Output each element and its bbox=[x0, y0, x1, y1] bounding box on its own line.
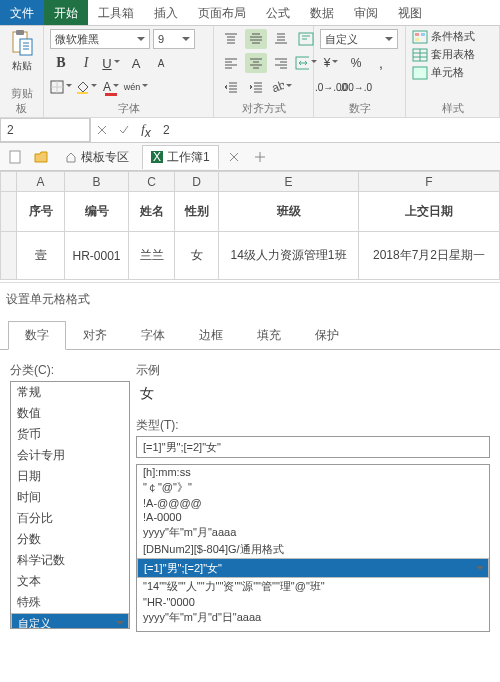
align-left-button[interactable] bbox=[220, 53, 242, 73]
row-header[interactable] bbox=[1, 232, 17, 280]
col-header[interactable]: E bbox=[219, 172, 359, 192]
type-item[interactable]: "￠"@"》" bbox=[137, 479, 489, 496]
cell[interactable]: 壹 bbox=[17, 232, 65, 280]
tab-view[interactable]: 视图 bbox=[388, 0, 432, 25]
dlg-tab-fill[interactable]: 填充 bbox=[240, 321, 298, 350]
type-item[interactable]: !A-0000 bbox=[137, 510, 489, 524]
cell[interactable]: 2018年7月2日星期一 bbox=[359, 232, 500, 280]
dec-decimal-button[interactable]: .00→.0 bbox=[345, 77, 367, 97]
cell[interactable]: 姓名 bbox=[129, 192, 175, 232]
dlg-tab-border[interactable]: 边框 bbox=[182, 321, 240, 350]
cell[interactable]: 上交日期 bbox=[359, 192, 500, 232]
cell[interactable]: 兰兰 bbox=[129, 232, 175, 280]
type-item[interactable]: "14""级""人""力""资""源""管""理"@"班" bbox=[137, 578, 489, 595]
category-item[interactable]: 百分比 bbox=[11, 508, 129, 529]
col-header[interactable]: C bbox=[129, 172, 175, 192]
conditional-format-button[interactable]: 条件格式 bbox=[412, 29, 475, 44]
category-item[interactable]: 时间 bbox=[11, 487, 129, 508]
cell[interactable]: 编号 bbox=[65, 192, 129, 232]
tab-review[interactable]: 审阅 bbox=[344, 0, 388, 25]
col-header[interactable]: B bbox=[65, 172, 129, 192]
tab-formula[interactable]: 公式 bbox=[256, 0, 300, 25]
col-header[interactable]: F bbox=[359, 172, 500, 192]
category-item[interactable]: 数值 bbox=[11, 403, 129, 424]
cell[interactable]: HR-0001 bbox=[65, 232, 129, 280]
type-item[interactable]: [DBNum2][$-804]G/通用格式 bbox=[137, 541, 489, 558]
cell[interactable]: 女 bbox=[175, 232, 219, 280]
cell-style-button[interactable]: 单元格 bbox=[412, 65, 464, 80]
paste-button[interactable]: 粘贴 bbox=[6, 29, 37, 73]
close-tab-button[interactable] bbox=[223, 147, 245, 167]
dlg-tab-protect[interactable]: 保护 bbox=[298, 321, 356, 350]
type-item[interactable]: yyyy"年"m"月"aaaa bbox=[137, 524, 489, 541]
spreadsheet-grid[interactable]: A B C D E F 序号 编号 姓名 性别 班级 上交日期 壹 HR-000… bbox=[0, 171, 500, 280]
align-top-button[interactable] bbox=[220, 29, 242, 49]
new-sheet-button[interactable] bbox=[4, 147, 26, 167]
cell[interactable]: 序号 bbox=[17, 192, 65, 232]
bold-button[interactable]: B bbox=[50, 53, 72, 73]
tab-toolbox[interactable]: 工具箱 bbox=[88, 0, 144, 25]
inc-decimal-button[interactable]: .0→.00 bbox=[320, 77, 342, 97]
type-item[interactable]: [=1]"男";[=2]"女" bbox=[137, 558, 489, 578]
category-item[interactable]: 自定义 bbox=[11, 613, 129, 629]
italic-button[interactable]: I bbox=[75, 53, 97, 73]
table-style-button[interactable]: 套用表格 bbox=[412, 47, 475, 62]
align-right-button[interactable] bbox=[270, 53, 292, 73]
fill-color-button[interactable] bbox=[75, 77, 97, 97]
category-item[interactable]: 科学记数 bbox=[11, 550, 129, 571]
fx-button[interactable]: fx bbox=[135, 120, 157, 140]
tab-file[interactable]: 文件 bbox=[0, 0, 44, 25]
cell[interactable]: 性别 bbox=[175, 192, 219, 232]
font-name-select[interactable]: 微软雅黑 bbox=[50, 29, 150, 49]
type-item[interactable]: [h]:mm:ss bbox=[137, 465, 489, 479]
category-item[interactable]: 分数 bbox=[11, 529, 129, 550]
category-list[interactable]: 常规数值货币会计专用日期时间百分比分数科学记数文本特殊自定义 bbox=[10, 381, 130, 629]
align-bottom-button[interactable] bbox=[270, 29, 292, 49]
formula-input[interactable]: 2 bbox=[157, 123, 500, 137]
indent-inc-button[interactable] bbox=[245, 77, 267, 97]
tab-layout[interactable]: 页面布局 bbox=[188, 0, 256, 25]
font-color-button[interactable]: A bbox=[100, 77, 122, 97]
category-item[interactable]: 常规 bbox=[11, 382, 129, 403]
tab-data[interactable]: 数据 bbox=[300, 0, 344, 25]
dlg-tab-number[interactable]: 数字 bbox=[8, 321, 66, 350]
align-center-button[interactable] bbox=[245, 53, 267, 73]
type-item[interactable]: !A-@@@@ bbox=[137, 496, 489, 510]
border-button[interactable] bbox=[50, 77, 72, 97]
tab-insert[interactable]: 插入 bbox=[144, 0, 188, 25]
category-item[interactable]: 特殊 bbox=[11, 592, 129, 613]
open-button[interactable] bbox=[30, 147, 52, 167]
category-item[interactable]: 会计专用 bbox=[11, 445, 129, 466]
category-item[interactable]: 日期 bbox=[11, 466, 129, 487]
font-size-select[interactable]: 9 bbox=[153, 29, 195, 49]
confirm-button[interactable] bbox=[113, 120, 135, 140]
name-box[interactable]: 2 bbox=[0, 118, 90, 142]
template-tab[interactable]: 模板专区 bbox=[56, 145, 138, 169]
tab-start[interactable]: 开始 bbox=[44, 0, 88, 25]
row-header[interactable] bbox=[1, 192, 17, 232]
font-shrink-button[interactable]: A bbox=[150, 53, 172, 73]
comma-button[interactable]: , bbox=[370, 53, 392, 73]
select-all-corner[interactable] bbox=[1, 172, 17, 192]
workbook-tab[interactable]: X工作簿1 bbox=[142, 145, 219, 169]
cell[interactable]: 14级人力资源管理1班 bbox=[219, 232, 359, 280]
category-item[interactable]: 文本 bbox=[11, 571, 129, 592]
category-item[interactable]: 货币 bbox=[11, 424, 129, 445]
type-input[interactable]: [=1]"男";[=2]"女" bbox=[136, 436, 490, 458]
type-item[interactable]: yyyy"年"m"月"d"日"aaaa bbox=[137, 609, 489, 626]
underline-button[interactable]: U bbox=[100, 53, 122, 73]
type-item[interactable]: "HR-"0000 bbox=[137, 595, 489, 609]
dlg-tab-align[interactable]: 对齐 bbox=[66, 321, 124, 350]
orientation-button[interactable]: ab bbox=[270, 77, 292, 97]
phonetic-button[interactable]: wén bbox=[125, 77, 147, 97]
add-tab-button[interactable] bbox=[249, 147, 271, 167]
cancel-button[interactable] bbox=[91, 120, 113, 140]
dlg-tab-font[interactable]: 字体 bbox=[124, 321, 182, 350]
align-middle-button[interactable] bbox=[245, 29, 267, 49]
percent-button[interactable]: % bbox=[345, 53, 367, 73]
col-header[interactable]: D bbox=[175, 172, 219, 192]
type-list[interactable]: [h]:mm:ss"￠"@"》"!A-@@@@!A-0000yyyy"年"m"月… bbox=[136, 464, 490, 632]
cell[interactable]: 班级 bbox=[219, 192, 359, 232]
col-header[interactable]: A bbox=[17, 172, 65, 192]
currency-button[interactable]: ¥ bbox=[320, 53, 342, 73]
